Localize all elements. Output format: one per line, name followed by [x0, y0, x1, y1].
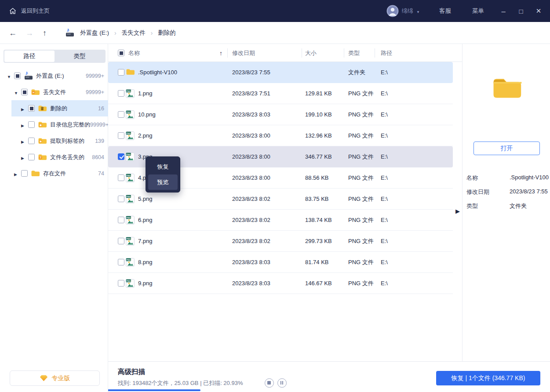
sidebar-tree-item[interactable]: 删除的 16: [0, 100, 108, 116]
file-type-icon: PNG: [126, 110, 135, 119]
expand-arrow-icon[interactable]: [21, 105, 28, 113]
file-type-icon: PNG: [126, 174, 135, 182]
row-checkbox[interactable]: [118, 196, 124, 202]
row-checkbox[interactable]: [118, 111, 124, 118]
recover-button[interactable]: 恢复 | 1个文件 (346.77 KB): [436, 371, 540, 385]
sidebar-tree-item[interactable]: 存在文件 74: [0, 165, 108, 181]
close-button[interactable]: [530, 7, 547, 15]
row-checkbox[interactable]: [118, 153, 124, 160]
up-button[interactable]: [43, 22, 47, 44]
row-checkbox[interactable]: [118, 174, 124, 181]
user-name: 绵绵: [402, 7, 413, 15]
cell-type: PNG 文件: [348, 125, 374, 146]
tree-item-checkbox[interactable]: [21, 89, 28, 95]
sidebar-tree-item[interactable]: 外置盘 (E:) 99999+: [0, 68, 108, 84]
context-menu-item[interactable]: 预览: [148, 174, 178, 190]
cell-size: 199.10 KB: [305, 104, 332, 125]
sidebar-tree-item[interactable]: ? 文件名丢失的 8604: [0, 149, 108, 165]
cell-date: 2023/8/23 8:00: [232, 146, 270, 167]
pause-scan-button[interactable]: [277, 378, 287, 388]
sidebar-tree-item[interactable]: 提取到标签的 139: [0, 133, 108, 149]
cell-date: 2023/8/23 8:00: [232, 167, 270, 189]
cell-path: E:\: [381, 62, 388, 83]
cell-date: 2023/8/23 7:51: [232, 83, 270, 104]
breadcrumb-item-deleted[interactable]: 删除的: [158, 29, 176, 37]
tree-item-checkbox[interactable]: [14, 73, 21, 79]
row-checkbox[interactable]: [118, 90, 124, 97]
table-row[interactable]: PNG 1.png 2023/8/23 7:51 129.81 KB PNG 文…: [108, 83, 453, 104]
sidebar-tab[interactable]: 路径: [4, 51, 55, 62]
sort-ascending-icon[interactable]: [219, 44, 222, 62]
select-all-checkbox[interactable]: [118, 50, 124, 56]
scan-progress-track: [108, 389, 550, 391]
table-row[interactable]: .Spotlight-V100 2023/8/23 7:55 文件夹 E:\: [108, 62, 453, 83]
sidebar-tab[interactable]: 类型: [55, 51, 105, 62]
column-header-size[interactable]: 大小: [305, 44, 317, 62]
preview-folder-icon: [492, 76, 522, 103]
panel-collapse-handle[interactable]: [455, 208, 460, 214]
row-checkbox[interactable]: [118, 280, 124, 287]
pro-version-button[interactable]: 专业版: [10, 370, 100, 386]
expand-arrow-icon[interactable]: [14, 170, 21, 178]
maximize-button[interactable]: [512, 7, 530, 15]
breadcrumb-item-lost-files[interactable]: 丢失文件: [122, 29, 146, 37]
cell-name: 9.png: [138, 273, 153, 294]
expand-arrow-icon[interactable]: [14, 88, 21, 96]
cell-name: 8.png: [138, 252, 153, 273]
stop-scan-button[interactable]: [265, 378, 274, 388]
cell-path: E:\: [381, 273, 388, 294]
table-row[interactable]: PNG 8.png 2023/8/23 8:03 81.74 KB PNG 文件…: [108, 252, 453, 273]
expand-arrow-icon[interactable]: [21, 153, 28, 161]
tree-item-checkbox[interactable]: [28, 154, 35, 160]
back-button[interactable]: [9, 22, 17, 44]
tree-item-icon: [31, 170, 40, 177]
expand-arrow-icon[interactable]: [21, 137, 28, 145]
sidebar-tree-item[interactable]: 目录信息完整的 99999+: [0, 116, 108, 133]
column-divider: [344, 48, 344, 58]
field-label: 类型: [466, 202, 478, 210]
tree-item-checkbox[interactable]: [28, 121, 35, 128]
tree-item-count: 16: [98, 105, 104, 112]
open-button[interactable]: 打开: [474, 142, 540, 155]
home-icon: [9, 7, 17, 15]
row-checkbox[interactable]: [118, 259, 124, 265]
expand-arrow-icon[interactable]: [21, 121, 28, 129]
menu-link[interactable]: 菜单: [472, 7, 484, 15]
tree-item-icon: ?: [38, 153, 47, 161]
column-header-path[interactable]: 路径: [381, 44, 392, 62]
column-header-date[interactable]: 修改日期: [232, 44, 255, 62]
breadcrumb-separator-icon: [151, 29, 153, 37]
expand-arrow-icon[interactable]: [7, 72, 14, 80]
tree-item-count: 74: [98, 171, 104, 177]
table-row[interactable]: PNG 9.png 2023/8/23 8:03 146.67 KB PNG 文…: [108, 273, 453, 294]
tree-item-checkbox[interactable]: [28, 105, 35, 112]
table-row[interactable]: PNG 2.png 2023/8/23 8:00 132.96 KB PNG 文…: [108, 125, 453, 146]
avatar: [386, 5, 399, 17]
tree-item-checkbox[interactable]: [21, 170, 28, 177]
table-row[interactable]: PNG 7.png 2023/8/23 8:02 299.73 KB PNG 文…: [108, 231, 453, 252]
column-header-name[interactable]: 名称: [128, 44, 140, 62]
back-to-home-button[interactable]: 返回到主页: [9, 7, 50, 15]
table-row[interactable]: PNG 10.png 2023/8/23 8:03 199.10 KB PNG …: [108, 104, 453, 125]
row-checkbox[interactable]: [118, 238, 124, 244]
context-menu-item[interactable]: 恢复: [148, 159, 178, 174]
sidebar-tree-item[interactable]: 丢失文件 99999+: [0, 84, 108, 100]
forward-button[interactable]: [25, 22, 33, 44]
row-checkbox[interactable]: [118, 69, 124, 76]
context-menu: 恢复 预览: [146, 156, 180, 192]
tree-item-checkbox[interactable]: [28, 138, 35, 144]
row-checkbox[interactable]: [118, 217, 124, 223]
svg-text:PNG: PNG: [127, 238, 131, 240]
user-menu[interactable]: 绵绵: [386, 5, 420, 17]
support-link[interactable]: 客服: [439, 7, 451, 15]
cell-size: 299.73 KB: [305, 231, 332, 252]
svg-text:PNG: PNG: [127, 217, 131, 219]
minimize-button[interactable]: [495, 7, 512, 15]
cell-size: 346.77 KB: [305, 146, 332, 167]
cell-date: 2023/8/23 8:03: [232, 252, 270, 273]
table-row[interactable]: PNG 6.png 2023/8/23 8:02 138.74 KB PNG 文…: [108, 210, 453, 231]
tree-item-label: 外置盘 (E:): [36, 72, 64, 80]
breadcrumb-item-drive[interactable]: 外置盘 (E:): [80, 29, 109, 37]
row-checkbox[interactable]: [118, 132, 124, 139]
column-header-type[interactable]: 类型: [348, 44, 360, 62]
